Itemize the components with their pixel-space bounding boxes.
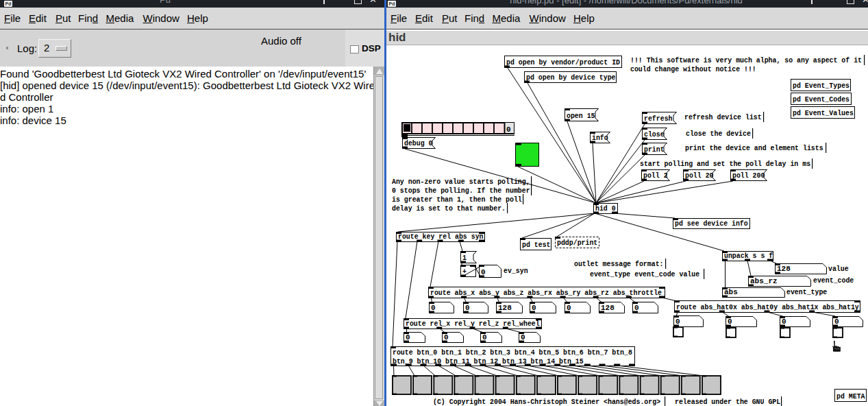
svg-text:ev_syn: ev_syn	[504, 267, 528, 275]
svg-text:0: 0	[728, 318, 732, 326]
svg-text:is greater than 1, then the po: is greater than 1, then the poll	[392, 195, 522, 204]
svg-text:0 stops the polling. If the nu: 0 stops the polling. If the number	[392, 187, 530, 195]
svg-text:0: 0	[406, 333, 410, 342]
svg-text:0: 0	[834, 318, 839, 326]
svg-text:pd see device info: pd see device info	[675, 219, 748, 228]
svg-text:0: 0	[782, 318, 786, 326]
svg-text:outlet message format:: outlet message format:	[574, 260, 664, 268]
svg-text:poll 2: poll 2	[643, 171, 668, 180]
svg-text:poll 20: poll 20	[685, 171, 714, 180]
svg-text:value: value	[828, 265, 849, 273]
svg-text:0: 0	[567, 304, 571, 312]
svg-text:released under the GNU GPL: released under the GNU GPL	[675, 398, 781, 406]
svg-text:poll 200: poll 200	[732, 171, 765, 180]
svg-text:route rel_x rel_y rel_z rel_wh: route rel_x rel_y rel_z rel_wheel	[406, 320, 540, 328]
svg-text:!!! This software is very much: !!! This software is very much alpha, so…	[630, 56, 862, 64]
svg-text:unpack s s f: unpack s s f	[724, 252, 773, 260]
svg-text:print: print	[644, 145, 665, 154]
svg-text:0: 0	[675, 318, 680, 326]
svg-text:128: 128	[601, 304, 615, 312]
svg-text:pd test: pd test	[522, 241, 551, 249]
svg-text:pd META: pd META	[836, 392, 865, 401]
svg-text:0: 0	[481, 268, 486, 276]
svg-text:close the device: close the device	[686, 130, 751, 138]
svg-text:pd open by device type: pd open by device type	[526, 73, 616, 82]
svg-text:0: 0	[431, 304, 436, 312]
svg-text:route btn_0 btn_1 btn_2 btn_3: route btn_0 btn_1 btn_2 btn_3 btn_4 btn_…	[393, 348, 632, 357]
svg-text:route key rel abs syn: route key rel abs syn	[398, 232, 484, 241]
svg-text:0: 0	[506, 126, 511, 134]
svg-text:pd open by vendor/product ID: pd open by vendor/product ID	[506, 58, 620, 67]
svg-text:print the device and element l: print the device and element lists	[685, 144, 823, 152]
svg-text:refresh: refresh	[644, 115, 673, 123]
svg-text:pd Event_Values: pd Event_Values	[793, 109, 854, 117]
svg-text:could change without notice !!: could change without notice !!!	[630, 65, 756, 73]
svg-text:start polling and set the poll: start polling and set the poll delay in …	[640, 160, 810, 168]
svg-text:abs_rz: abs_rz	[750, 277, 778, 285]
svg-text:(C) Copyright 2004 Hans-Christ: (C) Copyright 2004 Hans-Christoph Steine…	[433, 398, 660, 406]
svg-text:0: 0	[521, 333, 525, 342]
svg-text:0: 0	[482, 333, 487, 342]
svg-text:1: 1	[462, 254, 467, 262]
svg-text:debug 0: debug 0	[404, 139, 433, 147]
svg-text:pd Event_Codes: pd Event_Codes	[793, 95, 850, 104]
svg-text:128: 128	[777, 265, 791, 273]
svg-text:0: 0	[634, 304, 639, 312]
svg-text:event_type event_code value: event_type event_code value	[590, 270, 699, 278]
svg-text:0: 0	[465, 304, 470, 312]
svg-text:Any non-zero value starts poll: Any non-zero value starts polling,	[392, 178, 530, 186]
svg-text:pd Event_Types: pd Event_Types	[793, 82, 850, 90]
svg-text:route abs_x abs_y abs_z abs_rx: route abs_x abs_y abs_z abs_rx abs_ry ab…	[430, 289, 662, 297]
svg-text:hid 0: hid 0	[595, 204, 616, 213]
svg-text:event_type: event_type	[786, 288, 828, 296]
svg-text:info: info	[592, 134, 608, 142]
svg-text:route abs_hat0x abs_hat0y abs_: route abs_hat0x abs_hat0y abs_hat1x abs_…	[676, 303, 859, 311]
svg-text:0: 0	[444, 333, 449, 342]
svg-text:0: 0	[532, 304, 536, 312]
svg-text:delay is set to that number.: delay is set to that number.	[392, 204, 506, 213]
svg-text:open 15: open 15	[567, 112, 595, 120]
svg-text:128: 128	[498, 304, 512, 312]
svg-text:event_code: event_code	[813, 276, 854, 285]
svg-text:pddp/print: pddp/print	[557, 239, 597, 247]
svg-text:close: close	[644, 130, 665, 139]
svg-text:refresh device list: refresh device list	[684, 113, 762, 121]
